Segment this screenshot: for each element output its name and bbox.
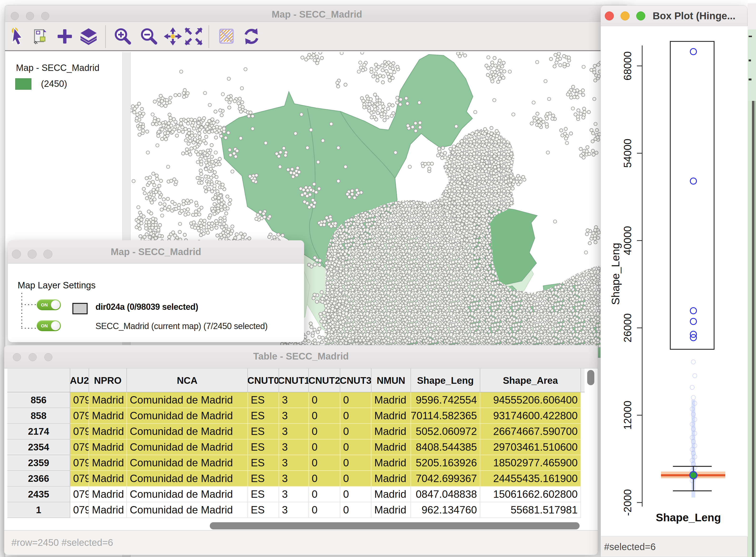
svg-text:Shape_Leng: Shape_Leng bbox=[609, 243, 622, 305]
svg-text:Shape_Leng: Shape_Leng bbox=[656, 511, 721, 524]
svg-text:12000: 12000 bbox=[622, 401, 633, 430]
svg-text:40000: 40000 bbox=[622, 226, 633, 255]
svg-text:26000: 26000 bbox=[622, 313, 633, 342]
svg-text:68000: 68000 bbox=[622, 51, 633, 81]
svg-text:54000: 54000 bbox=[622, 139, 633, 168]
svg-text:-2000: -2000 bbox=[622, 489, 633, 516]
